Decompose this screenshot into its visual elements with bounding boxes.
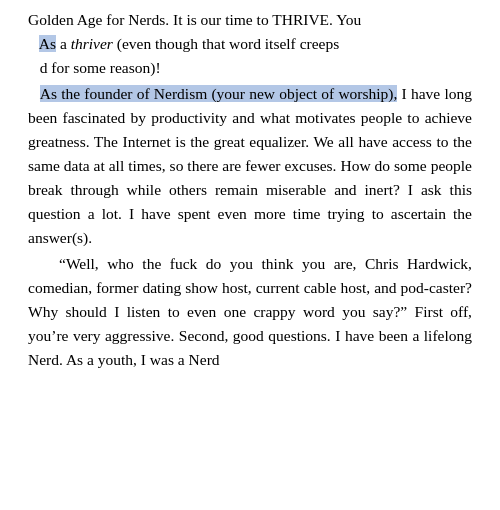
text-before-as: Golden Age for Nerds. It is our time to … <box>28 11 361 28</box>
paragraph-2: As the founder of Nerdism (your new obje… <box>28 82 472 250</box>
paragraph-2-rest: I have long been fascinated by productiv… <box>28 85 472 246</box>
highlighted-founder: As the founder of Nerdism (your new obje… <box>40 85 398 102</box>
text-block: Golden Age for Nerds. It is our time to … <box>28 8 472 372</box>
paragraph-1-line3: d for some reason)! <box>28 56 472 80</box>
paragraph-1-line2: As a thriver (even though that word itse… <box>28 32 472 56</box>
paragraph-3: “Well, who the fuck do you think you are… <box>28 252 472 372</box>
as-highlighted: As <box>39 35 56 52</box>
text-creeps: (even though that word itself creeps <box>117 35 340 52</box>
paragraph-1-line1: Golden Age for Nerds. It is our time to … <box>28 8 472 32</box>
text-a: a <box>60 35 67 52</box>
thriver-text: thriver <box>71 35 113 52</box>
page-content: Golden Age for Nerds. It is our time to … <box>0 0 500 380</box>
